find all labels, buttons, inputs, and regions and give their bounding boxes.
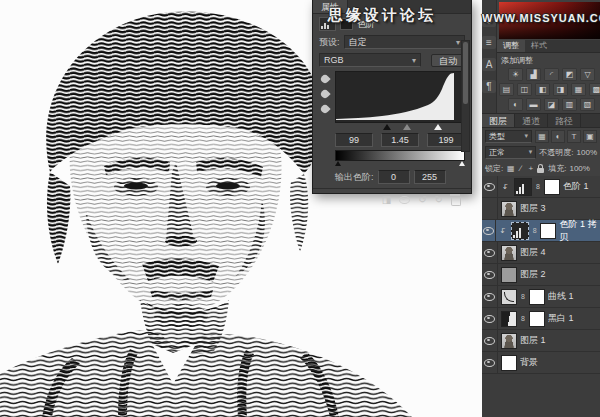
layer-row[interactable]: 背景 — [482, 352, 600, 374]
clip-to-layer-icon[interactable]: ◨ — [382, 195, 391, 205]
color-lookup-icon[interactable]: ▩ — [589, 83, 600, 96]
vibrance-icon[interactable]: ▽ — [580, 68, 595, 81]
layer-thumbnail[interactable] — [501, 333, 517, 349]
layer-thumbnail[interactable] — [501, 355, 517, 371]
view-previous-state-icon[interactable]: ↺ — [418, 195, 426, 205]
input-white-field[interactable]: 199 — [427, 133, 465, 147]
layer-name[interactable]: 背景 — [520, 356, 538, 369]
midtone-slider[interactable] — [403, 124, 411, 130]
filter-shape-layers-icon[interactable]: ▣ — [583, 130, 597, 143]
curves-icon[interactable]: ◜ — [544, 68, 559, 81]
layer-name[interactable]: 图层 3 — [520, 202, 546, 215]
layer-filter-dropdown[interactable]: 类型 ▾ — [485, 130, 532, 143]
hue-saturation-icon[interactable]: ▤ — [499, 83, 514, 96]
layer-name[interactable]: 图层 1 — [520, 334, 546, 347]
output-black-field[interactable]: 0 — [378, 170, 410, 184]
filter-pixel-layers-icon[interactable]: ▦ — [535, 130, 549, 143]
layer-row[interactable]: ↴8色阶 1 拷贝 — [482, 220, 600, 242]
toggle-visibility-icon[interactable] — [399, 196, 410, 204]
visibility-toggle[interactable] — [482, 352, 498, 373]
layer-thumbnail[interactable] — [511, 222, 529, 240]
layer-thumbnail[interactable] — [501, 289, 517, 305]
visibility-toggle[interactable] — [482, 220, 496, 241]
layer-mask-thumbnail[interactable] — [529, 289, 545, 305]
selective-color-icon[interactable]: ▧ — [580, 98, 595, 111]
visibility-toggle[interactable] — [482, 286, 498, 307]
tab-adjustments[interactable]: 调整 — [497, 40, 525, 52]
invert-icon[interactable]: ◐ — [508, 98, 523, 111]
paragraph-panel-icon[interactable]: ¶ — [482, 80, 496, 93]
brightness-contrast-icon[interactable]: ☀ — [508, 68, 523, 81]
visibility-toggle[interactable] — [482, 176, 498, 197]
white-point-slider[interactable] — [434, 124, 442, 130]
layer-row[interactable]: 8曲线 1 — [482, 286, 600, 308]
black-point-slider[interactable] — [383, 124, 391, 130]
layer-mask-thumbnail[interactable] — [540, 223, 556, 239]
layer-name[interactable]: 图层 2 — [520, 268, 546, 281]
output-white-field[interactable]: 255 — [414, 170, 446, 184]
visibility-toggle[interactable] — [482, 264, 498, 285]
input-gamma-field[interactable]: 1.45 — [381, 133, 419, 147]
gradient-map-icon[interactable]: ▥ — [562, 98, 577, 111]
visibility-toggle[interactable] — [482, 330, 498, 351]
layer-row[interactable]: ↴8色阶 1 — [482, 176, 600, 198]
character-panel-icon[interactable]: A — [482, 58, 496, 71]
output-levels-sliders[interactable] — [335, 161, 465, 168]
color-balance-icon[interactable]: ◫ — [517, 83, 532, 96]
posterize-icon[interactable]: ▬ — [526, 98, 541, 111]
layer-mask-thumbnail[interactable] — [529, 311, 545, 327]
black-white-icon[interactable]: ◧ — [535, 83, 550, 96]
layer-thumbnail[interactable] — [501, 245, 517, 261]
layer-row[interactable]: 图层 1 — [482, 330, 600, 352]
photo-filter-icon[interactable]: ◨ — [553, 83, 568, 96]
fill-value[interactable]: 100% — [569, 164, 589, 173]
layer-name[interactable]: 色阶 1 — [563, 180, 589, 193]
tab-paths[interactable]: 路径 — [548, 114, 581, 127]
opacity-value[interactable]: 100% — [577, 148, 597, 157]
output-white-slider[interactable] — [459, 161, 465, 166]
layer-name[interactable]: 图层 4 — [520, 246, 546, 259]
filter-type-layers-icon[interactable]: T — [567, 130, 581, 143]
layer-name[interactable]: 曲线 1 — [548, 290, 574, 303]
lock-all-icon[interactable] — [537, 168, 544, 173]
input-black-field[interactable]: 99 — [335, 133, 373, 147]
reset-adjustment-icon[interactable]: ↻ — [435, 195, 443, 205]
blend-mode-dropdown[interactable]: 正常 ▾ — [485, 146, 536, 159]
output-black-slider[interactable] — [335, 161, 341, 166]
panel-scrollbar[interactable] — [461, 40, 470, 152]
levels-histogram[interactable] — [335, 71, 465, 123]
channel-mixer-icon[interactable]: ▦ — [571, 83, 586, 96]
lock-transparent-pixels-icon[interactable]: ▦ — [506, 164, 515, 173]
layer-row[interactable]: 图层 2 — [482, 264, 600, 286]
sample-gray-point-eyedropper[interactable] — [319, 88, 330, 99]
auto-button[interactable]: 自动 — [431, 54, 465, 67]
layer-mask-thumbnail[interactable] — [544, 179, 560, 195]
levels-icon[interactable]: ▟ — [526, 68, 541, 81]
filter-adjustment-layers-icon[interactable]: ◐ — [551, 130, 565, 143]
lock-image-pixels-icon[interactable]: ∕ — [516, 164, 525, 173]
layer-thumbnail[interactable] — [501, 311, 517, 327]
preset-dropdown[interactable]: 自定 ▾ — [344, 35, 465, 49]
tab-styles[interactable]: 样式 — [525, 40, 553, 52]
input-levels-sliders[interactable] — [335, 123, 465, 132]
visibility-toggle[interactable] — [482, 308, 498, 329]
visibility-toggle[interactable] — [482, 198, 498, 219]
info-panel-icon[interactable]: ≡ — [482, 36, 496, 49]
layer-row[interactable]: 图层 4 — [482, 242, 600, 264]
tab-layers[interactable]: 图层 — [482, 114, 515, 127]
sample-black-point-eyedropper[interactable] — [319, 73, 330, 84]
threshold-icon[interactable]: ◪ — [544, 98, 559, 111]
layer-thumbnail[interactable] — [501, 267, 517, 283]
layer-name[interactable]: 黑白 1 — [548, 312, 574, 325]
delete-adjustment-icon[interactable] — [451, 197, 461, 206]
layer-thumbnail[interactable] — [501, 201, 517, 217]
exposure-icon[interactable]: ◩ — [562, 68, 577, 81]
lock-position-icon[interactable]: + — [526, 164, 535, 173]
visibility-toggle[interactable] — [482, 242, 498, 263]
layer-row[interactable]: 8黑白 1 — [482, 308, 600, 330]
sample-white-point-eyedropper[interactable] — [319, 103, 330, 114]
tab-channels[interactable]: 通道 — [515, 114, 548, 127]
channel-dropdown[interactable]: RGB ▾ — [319, 53, 421, 67]
layer-thumbnail[interactable] — [514, 178, 532, 196]
layer-name[interactable]: 色阶 1 拷贝 — [559, 218, 600, 244]
